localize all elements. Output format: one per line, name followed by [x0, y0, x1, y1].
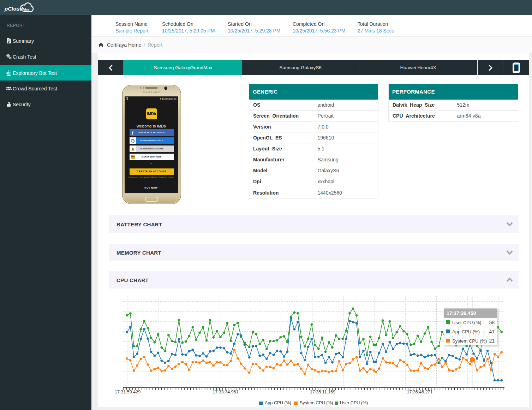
svg-text:17:36:46.271: 17:36:46.271 [407, 390, 433, 394]
svg-text:17:31:59.429: 17:31:59.429 [115, 390, 141, 394]
svg-text:pCloudy: pCloudy [4, 6, 26, 12]
svg-text:.com: .com [24, 8, 29, 11]
svg-text:17:33:34.961: 17:33:34.961 [213, 390, 239, 394]
svg-text:17:35:11.169: 17:35:11.169 [310, 390, 335, 394]
